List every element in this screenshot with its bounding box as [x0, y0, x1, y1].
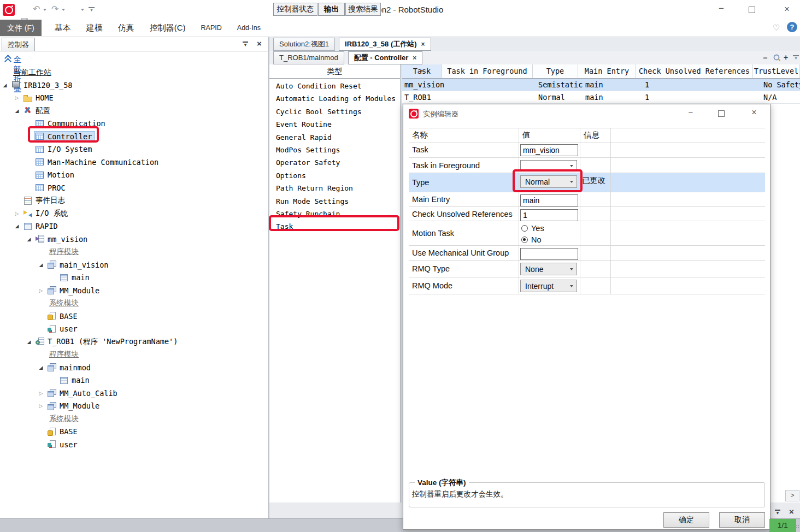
main-entry-input[interactable]: [520, 194, 578, 206]
column-header-task-in-foreground[interactable]: Task in Foreground: [442, 64, 533, 78]
collapse-all-row[interactable]: 全部折叠: [0, 54, 7, 66]
type-list-item-modpos-settings[interactable]: ModPos Settings: [269, 144, 400, 156]
task-in-foreground-select[interactable]: [520, 160, 577, 172]
column-header-type[interactable]: Type: [533, 64, 578, 78]
expand-right-icon[interactable]: >: [785, 490, 799, 501]
ribbon-tab-f[interactable]: 文件 (F): [0, 20, 42, 36]
tree-node-selected[interactable]: Controller: [34, 131, 95, 142]
help-icon[interactable]: ?: [787, 22, 797, 32]
collapse-tabs-icon[interactable]: ▾: [793, 55, 799, 60]
tree-item-controller[interactable]: Controller: [0, 130, 268, 143]
type-list-item-event-routine[interactable]: Event Routine: [269, 118, 400, 131]
column-header-check-unsolved-references[interactable]: Check Unsolved References: [636, 64, 753, 78]
tree-item-main-vision[interactable]: ◢main_vision: [0, 258, 268, 271]
window-position-icon[interactable]: ▾: [243, 42, 248, 47]
tree-collapsed-arrow-icon[interactable]: ▷: [12, 211, 22, 216]
tree-node[interactable]: BASE: [46, 311, 81, 322]
cancel-button[interactable]: 取消: [719, 512, 765, 528]
tree-node[interactable]: mainmod: [46, 362, 94, 373]
tree-item-base[interactable]: BASE: [0, 310, 268, 323]
tree-node[interactable]: mm_vision: [34, 234, 91, 245]
type-list-item-safety-runchain[interactable]: Safety Runchain: [269, 208, 400, 220]
use-mechanical-unit-group-input[interactable]: [520, 248, 578, 260]
tree-expanded-arrow-icon[interactable]: ◢: [12, 108, 22, 114]
tree-collapsed-arrow-icon[interactable]: ▷: [36, 288, 46, 293]
tree-node[interactable]: 配置: [22, 105, 54, 117]
tree-node[interactable]: T_ROB1 (程序 'NewProgramName'): [34, 336, 181, 348]
tree-group-text[interactable]: 程序模块: [49, 350, 79, 359]
tree-collapsed-arrow-icon[interactable]: ▷: [36, 403, 46, 409]
tree-node[interactable]: PROC: [34, 182, 69, 193]
rmq-type-select[interactable]: None: [520, 263, 577, 275]
bottom-tab-[interactable]: 搜索结果: [345, 3, 381, 16]
doc-tab-irb120-3-58[interactable]: IRB120_3_58 (工作站)×: [339, 38, 431, 51]
tree-item-man-machine-communication[interactable]: Man-Machine Communication: [0, 156, 268, 169]
tree-item-rapid[interactable]: ◢RAPID: [0, 220, 268, 233]
type-list-item-general-rapid[interactable]: General Rapid: [269, 131, 400, 144]
tab-search-icon[interactable]: [774, 55, 780, 61]
tree-node[interactable]: main: [58, 272, 93, 283]
minimize-button[interactable]: −: [715, 3, 728, 14]
tree-item-t-rob1-newprogramname[interactable]: ◢T_ROB1 (程序 'NewProgramName'): [0, 335, 268, 348]
tree-item-motion[interactable]: Motion: [0, 169, 268, 182]
column-header-main-entry[interactable]: Main Entry: [578, 64, 636, 78]
tree-group-label[interactable]: 程序模块: [0, 348, 268, 362]
tree-node[interactable]: MM_Module: [46, 400, 103, 411]
tree-node[interactable]: MM_Auto_Calib: [46, 388, 121, 399]
tree-node[interactable]: BASE: [46, 426, 81, 437]
table-row-t-rob1[interactable]: T_ROB1Normalmain1N/A: [402, 91, 800, 104]
tree-group-label[interactable]: 系统模块: [0, 297, 268, 310]
tree-expanded-arrow-icon[interactable]: ◢: [12, 223, 22, 229]
tree-node[interactable]: MM_Module: [46, 285, 103, 296]
tree-item-[interactable]: ◢配置: [0, 104, 268, 117]
tree-item-main[interactable]: main: [0, 374, 268, 387]
doc-tab-solution2-1[interactable]: Solution2:视图1: [273, 38, 335, 51]
ribbon-tab-add-ins[interactable]: Add-Ins: [230, 20, 268, 36]
tree-item-[interactable]: 事件日志: [0, 194, 268, 208]
tree-node[interactable]: Communication: [34, 118, 109, 129]
tree-group-label[interactable]: 系统模块: [0, 412, 268, 425]
bottom-tab-[interactable]: 输出: [318, 3, 345, 16]
tree-item-irb120-3-58[interactable]: ◢IRB120_3_58: [0, 79, 268, 92]
output-pin-icon[interactable]: ▾: [775, 510, 780, 515]
zoom-out-icon[interactable]: −: [763, 54, 767, 62]
tree-group-text[interactable]: 系统模块: [49, 414, 79, 424]
dialog-minimize-button[interactable]: −: [685, 108, 696, 117]
close-button[interactable]: ×: [780, 4, 793, 15]
type-list-item-options[interactable]: Options: [269, 169, 400, 182]
tree-node[interactable]: I/O System: [34, 144, 95, 155]
tree-item-base[interactable]: BASE: [0, 425, 268, 439]
tree-item-user[interactable]: user: [0, 323, 268, 336]
tree-item-mm-module[interactable]: ▷MM_Module: [0, 284, 268, 297]
bottom-tab-[interactable]: 控制器状态: [273, 3, 317, 16]
tree-group-text[interactable]: 程序模块: [49, 247, 79, 257]
tree-expanded-arrow-icon[interactable]: ◢: [0, 82, 10, 88]
tree-collapsed-arrow-icon[interactable]: ▷: [36, 391, 46, 396]
tree-collapsed-arrow-icon[interactable]: ▷: [12, 95, 22, 101]
tree-item-home[interactable]: ▷HOME: [0, 92, 268, 105]
panel-tab-controller[interactable]: 控制器: [2, 38, 35, 51]
type-list-item-cyclic-bool-settings[interactable]: Cyclic Bool Settings: [269, 105, 400, 118]
tree-node[interactable]: I/O 系统: [22, 208, 72, 220]
radio-icon[interactable]: [521, 237, 528, 243]
rmq-mode-select[interactable]: Interrupt: [520, 280, 577, 292]
editor-tab-controller[interactable]: 配置 - Controller×: [348, 51, 423, 64]
type-list-item-automatic-loading-of-modules[interactable]: Automatic Loading of Modules: [269, 92, 400, 105]
tree-node[interactable]: user: [46, 439, 81, 450]
tree-node[interactable]: user: [46, 323, 81, 334]
ribbon-tab-rapid[interactable]: RAPID: [193, 20, 230, 36]
type-select[interactable]: Normal: [520, 175, 577, 188]
tree-item-mm-auto-calib[interactable]: ▷MM_Auto_Calib: [0, 387, 268, 400]
tree-item-proc[interactable]: PROC: [0, 181, 268, 194]
tree-node[interactable]: Man-Machine Communication: [34, 157, 162, 168]
tree-item-main[interactable]: main: [0, 271, 268, 285]
dialog-maximize-button[interactable]: [718, 110, 725, 117]
motion-task-radio-yes[interactable]: Yes: [520, 222, 580, 234]
tree-node[interactable]: IRB120_3_58: [10, 80, 75, 91]
task-input[interactable]: [520, 144, 578, 156]
maximize-button[interactable]: [749, 7, 755, 13]
tree-item-mainmod[interactable]: ◢mainmod: [0, 361, 268, 374]
table-row-mm-vision[interactable]: mm_visionSemistaticmain1No Safety: [402, 79, 800, 91]
ribbon-tab-[interactable]: 建模: [79, 20, 110, 36]
type-list-item-auto-condition-reset[interactable]: Auto Condition Reset: [269, 80, 400, 92]
